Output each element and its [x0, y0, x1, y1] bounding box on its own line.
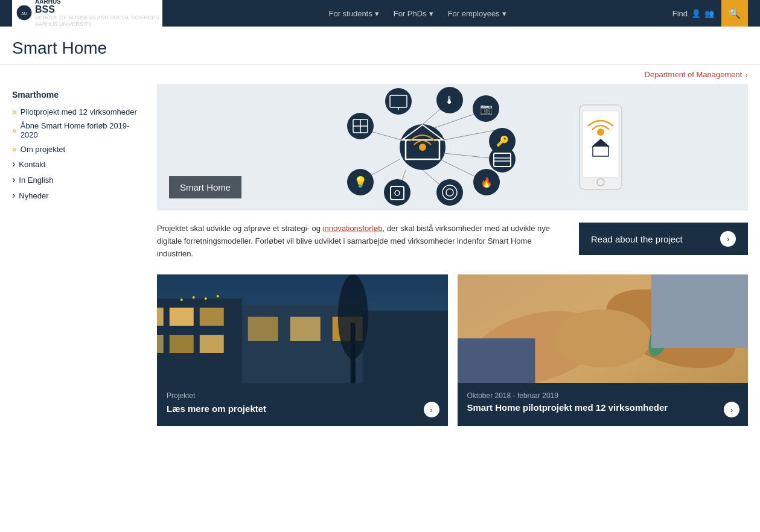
- svg-rect-61: [290, 317, 321, 341]
- svg-point-29: [436, 179, 463, 206]
- chevron-down-icon: ▾: [375, 9, 379, 18]
- list-item: Pilotprojekt med 12 virksomheder: [12, 107, 145, 116]
- svg-point-41: [385, 88, 412, 115]
- single-chevron-icon: [12, 159, 15, 169]
- card-projektet: Projektet Læs mere om projektet ›: [157, 274, 448, 426]
- search-button[interactable]: 🔍: [721, 0, 748, 27]
- card-image-2: [458, 274, 749, 383]
- nav-phds[interactable]: For PhDs ▾: [394, 9, 433, 18]
- svg-text:AU: AU: [21, 11, 27, 16]
- svg-rect-57: [157, 335, 164, 353]
- list-item: Åbne Smart Home forløb 2019-2020: [12, 121, 145, 139]
- breadcrumb-link[interactable]: Department of Management: [645, 70, 742, 79]
- svg-rect-55: [170, 308, 194, 326]
- logo-area: AU AARHUS BSS SCHOOL OF BUSINESS AND SOC…: [12, 0, 162, 30]
- card-image-1: [157, 274, 448, 383]
- svg-text:🔑: 🔑: [496, 135, 509, 148]
- svg-point-64: [338, 274, 368, 359]
- sidebar-nav: Pilotprojekt med 12 virksomheder Åbne Sm…: [12, 107, 145, 201]
- list-item: Nyheder: [12, 190, 145, 201]
- smarthome-svg-graphic: 🌡 📷 🔑 🔥: [241, 87, 664, 207]
- list-item: Kontakt: [12, 159, 145, 169]
- list-item: In English: [12, 174, 145, 185]
- breadcrumb-area: Department of Management ›: [0, 65, 760, 84]
- svg-rect-59: [200, 335, 224, 353]
- find-button[interactable]: Find 👤 👥: [672, 9, 714, 18]
- chevron-down-icon: ▾: [502, 9, 506, 18]
- logo-box: AU AARHUS BSS SCHOOL OF BUSINESS AND SOC…: [12, 0, 162, 30]
- search-icon: 🔍: [729, 8, 741, 19]
- svg-point-67: [205, 297, 207, 300]
- single-chevron-icon: [12, 190, 15, 201]
- svg-rect-60: [248, 317, 278, 341]
- svg-rect-74: [458, 338, 535, 383]
- svg-point-7: [419, 144, 426, 151]
- svg-rect-58: [170, 335, 194, 353]
- svg-text:🌡: 🌡: [444, 94, 455, 106]
- svg-point-72: [554, 309, 651, 367]
- hero-label: Smart Home: [169, 176, 241, 198]
- content-area: 🌡 📷 🔑 🔥: [157, 84, 748, 426]
- sidebar-item-kontakt[interactable]: Kontakt: [12, 159, 145, 169]
- card-title-1: Læs mere om projektet: [167, 404, 438, 414]
- breadcrumb-chevron-icon: ›: [746, 71, 748, 78]
- svg-point-23: [489, 146, 516, 173]
- logo-bss-text: BSS: [35, 5, 159, 14]
- svg-point-68: [217, 295, 219, 297]
- single-chevron-icon: [12, 174, 15, 185]
- svg-text:📷: 📷: [479, 103, 493, 115]
- logo-seal: AU: [16, 4, 33, 23]
- svg-point-46: [597, 128, 604, 136]
- double-chevron-icon: [12, 125, 17, 135]
- svg-rect-54: [157, 308, 164, 326]
- sidebar-item-nyheder[interactable]: Nyheder: [12, 190, 145, 201]
- card-arrow-1[interactable]: ›: [424, 402, 439, 417]
- description-row: Projektet skal udvikle og afprøve et str…: [157, 223, 748, 260]
- svg-point-65: [180, 299, 183, 301]
- read-more-label: Read about the project: [591, 234, 683, 244]
- logo-school-text: SCHOOL OF BUSINESS AND SOCIAL SCIENCES A…: [35, 14, 159, 28]
- innovation-link[interactable]: innovationsforløb: [323, 224, 383, 233]
- svg-text:💡: 💡: [354, 176, 368, 189]
- sidebar-item-pilotprojekt[interactable]: Pilotprojekt med 12 virksomheder: [12, 107, 145, 116]
- svg-rect-75: [651, 274, 749, 348]
- page-title: Smart Home: [12, 39, 748, 58]
- double-chevron-icon: [12, 107, 17, 116]
- svg-point-32: [384, 179, 410, 206]
- sidebar-item-english[interactable]: In English: [12, 174, 145, 185]
- person-outline-icon: 👥: [704, 9, 714, 18]
- card-date-2: Oktober 2018 - februar 2019: [467, 391, 739, 400]
- sidebar-item-aabne[interactable]: Åbne Smart Home forløb 2019-2020: [12, 121, 145, 139]
- arrow-right-icon: ›: [720, 231, 736, 247]
- main-nav: For students ▾ For PhDs ▾ For employees …: [328, 9, 506, 18]
- card-title-2: Smart Home pilotprojekt med 12 virksomhe…: [467, 402, 739, 413]
- nav-students[interactable]: For students ▾: [328, 9, 378, 18]
- cards-row: Projektet Læs mere om projektet ›: [157, 274, 748, 426]
- read-about-project-button[interactable]: Read about the project ›: [579, 223, 748, 255]
- main-layout: Smarthome Pilotprojekt med 12 virksomhed…: [0, 84, 760, 426]
- sidebar: Smarthome Pilotprojekt med 12 virksomhed…: [12, 84, 145, 426]
- list-item: Om projektet: [12, 144, 145, 154]
- description-text: Projektet skal udvikle og afprøve et str…: [157, 223, 567, 260]
- card-pilotprojekt: Oktober 2018 - februar 2019 Smart Home p…: [458, 274, 749, 426]
- person-icon: 👤: [691, 9, 701, 18]
- card-body-1: Projektet Læs mere om projektet: [157, 383, 448, 426]
- card-category-1: Projektet: [167, 391, 438, 400]
- chevron-down-icon: ▾: [429, 9, 433, 18]
- site-header: AU AARHUS BSS SCHOOL OF BUSINESS AND SOC…: [0, 0, 760, 27]
- header-right: Find 👤 👥 🔍: [672, 0, 748, 27]
- svg-rect-56: [200, 308, 224, 326]
- svg-text:🔥: 🔥: [481, 177, 493, 188]
- card-body-2: Oktober 2018 - februar 2019 Smart Home p…: [458, 383, 749, 425]
- sidebar-item-om-projektet[interactable]: Om projektet: [12, 144, 145, 154]
- sidebar-title: Smarthome: [12, 90, 145, 100]
- nav-employees[interactable]: For employees ▾: [448, 9, 506, 18]
- svg-point-66: [193, 296, 195, 299]
- hero-image: 🌡 📷 🔑 🔥: [157, 84, 748, 211]
- double-chevron-icon: [12, 144, 17, 154]
- page-title-area: Smart Home: [0, 27, 760, 65]
